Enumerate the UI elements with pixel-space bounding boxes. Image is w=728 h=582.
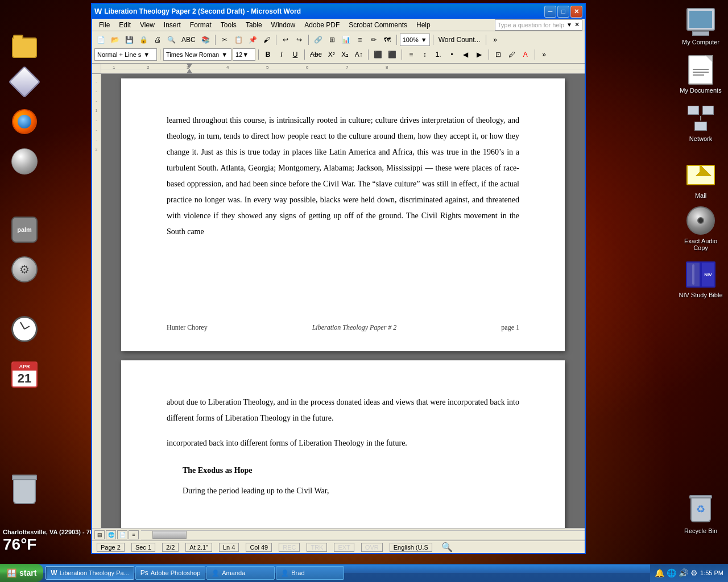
- paste-button[interactable]: 📌: [246, 34, 259, 46]
- print-layout-btn[interactable]: 📄: [117, 530, 127, 539]
- style-dropdown[interactable]: Normal + Line s ▼: [94, 48, 157, 61]
- menu-tools[interactable]: Tools: [216, 20, 241, 30]
- menu-file[interactable]: File: [94, 20, 114, 30]
- right-icon-niv[interactable]: NIV NIV Study Bible: [678, 259, 723, 298]
- research-button[interactable]: 📚: [199, 34, 212, 46]
- print-preview-button[interactable]: 🔍: [165, 34, 178, 46]
- redo-button[interactable]: ↪: [293, 34, 305, 46]
- web-view-btn[interactable]: 🌐: [106, 530, 116, 539]
- format-painter[interactable]: 🖌: [260, 34, 273, 46]
- menu-insert[interactable]: Insert: [159, 20, 185, 30]
- subscript-btn[interactable]: X₂: [339, 48, 351, 61]
- zoom-dropdown[interactable]: 100% ▼: [400, 34, 430, 46]
- help-dropdown-icon[interactable]: ▼: [566, 22, 572, 28]
- increase-indent[interactable]: ▶: [473, 48, 486, 61]
- outline-view-btn[interactable]: ≡: [129, 530, 139, 539]
- menu-format[interactable]: Format: [185, 20, 216, 30]
- underline-button[interactable]: U: [289, 48, 301, 61]
- sidebar-item-palm[interactable]: palm: [5, 216, 44, 243]
- sidebar-item-clock[interactable]: [5, 315, 44, 343]
- line-spacing-btn[interactable]: ↕: [419, 48, 431, 61]
- taskbar-item-word[interactable]: W Liberation Theology Pa...: [46, 566, 134, 580]
- sidebar-item-diamond[interactable]: [5, 68, 44, 95]
- drawing-button[interactable]: ✏: [367, 34, 380, 46]
- close-button[interactable]: ✕: [570, 6, 582, 18]
- cut-button[interactable]: ✂: [218, 34, 231, 46]
- border-btn[interactable]: ⊡: [492, 48, 504, 61]
- sidebar-item-folder[interactable]: [5, 34, 44, 61]
- taskbar-item-amanda[interactable]: 👤 Amanda: [206, 566, 275, 580]
- zoom-value: 100%: [403, 36, 419, 43]
- doc-area[interactable]: learned throughout this course, is intri…: [101, 74, 585, 528]
- decrease-indent[interactable]: ◀: [460, 48, 472, 61]
- columns-button[interactable]: ≡: [354, 34, 366, 46]
- minimize-button[interactable]: ─: [544, 6, 556, 18]
- save-button[interactable]: 💾: [123, 34, 136, 46]
- menu-table[interactable]: Table: [241, 20, 267, 30]
- settings-icon: ⚙: [11, 256, 38, 283]
- copy-button[interactable]: 📋: [232, 34, 245, 46]
- superscript-btn[interactable]: X²: [325, 48, 338, 61]
- maximize-button[interactable]: □: [557, 6, 569, 18]
- permissions-button[interactable]: 🔒: [137, 34, 150, 46]
- bold-button[interactable]: B: [262, 48, 274, 61]
- doc-map[interactable]: 🗺: [381, 34, 394, 46]
- bullets-btn[interactable]: •: [446, 48, 458, 61]
- recycle-label: Recycle Bin: [684, 527, 717, 534]
- tray-icon-3[interactable]: 🔊: [679, 568, 688, 577]
- undo-button[interactable]: ↩: [279, 34, 292, 46]
- horizontal-scrollbar[interactable]: [141, 530, 585, 539]
- sidebar-item-calendar[interactable]: APR 21: [5, 361, 44, 388]
- font-color-btn[interactable]: A: [519, 48, 532, 61]
- system-clock[interactable]: 1:55 PM: [700, 569, 723, 576]
- word-count-btn[interactable]: Word Count...: [436, 34, 483, 46]
- font-size-dropdown[interactable]: 12 ▼: [233, 48, 255, 61]
- tray-icon-4[interactable]: ⚙: [690, 568, 698, 577]
- normal-view-btn[interactable]: ▤: [94, 530, 105, 539]
- insert-excel[interactable]: 📊: [340, 34, 353, 46]
- align-justify-btn[interactable]: ≡: [405, 48, 417, 61]
- start-button[interactable]: 🪟 start: [0, 564, 43, 582]
- right-icon-mail[interactable]: Mail: [678, 159, 723, 199]
- highlight-btn[interactable]: 🖊: [506, 48, 518, 61]
- right-icon-network[interactable]: Network: [678, 102, 723, 142]
- insert-hyperlink[interactable]: 🔗: [312, 34, 325, 46]
- open-button[interactable]: 📂: [109, 34, 122, 46]
- align-left[interactable]: ⬛: [371, 48, 384, 61]
- more-btn[interactable]: »: [489, 34, 502, 46]
- insert-table[interactable]: ⊞: [326, 34, 338, 46]
- tray-icon-2[interactable]: 🌐: [667, 568, 676, 577]
- menu-view[interactable]: View: [135, 20, 159, 30]
- italic-button[interactable]: I: [275, 48, 288, 61]
- sidebar-item-ball[interactable]: [5, 148, 44, 175]
- palm-icon: palm: [11, 216, 38, 243]
- sidebar-item-trash-desktop[interactable]: [5, 477, 44, 505]
- text-grow-btn[interactable]: A↑: [353, 48, 365, 61]
- center-align[interactable]: ⬛: [386, 48, 399, 61]
- status-ln: Ln 4: [219, 543, 239, 552]
- menu-adobe-pdf[interactable]: Adobe PDF: [300, 20, 344, 30]
- menu-acrobat[interactable]: Scrobat Comments: [344, 20, 412, 30]
- folder-icon: [11, 34, 38, 61]
- font-dropdown[interactable]: Times New Roman ▼: [163, 48, 231, 61]
- right-icon-audio[interactable]: Exact Audio Copy: [678, 205, 723, 251]
- help-close-icon[interactable]: ✕: [574, 21, 580, 28]
- spell-button[interactable]: ABC: [179, 34, 198, 46]
- right-icon-my-computer[interactable]: My Computer: [678, 6, 723, 45]
- tray-icon-1[interactable]: 🔔: [655, 568, 664, 577]
- print-button[interactable]: 🖨: [151, 34, 164, 46]
- taskbar-item-brad[interactable]: 👤 Brad: [276, 566, 344, 580]
- more-fmt-btn[interactable]: »: [538, 48, 551, 61]
- menu-window[interactable]: Window: [267, 20, 300, 30]
- right-icon-my-documents[interactable]: My Documents: [678, 54, 723, 94]
- numbering-btn[interactable]: 1.: [432, 48, 445, 61]
- menu-help[interactable]: Help: [412, 20, 435, 30]
- menu-edit[interactable]: Edit: [114, 20, 135, 30]
- taskbar: 🪟 start W Liberation Theology Pa... Ps A…: [0, 564, 728, 582]
- sidebar-item-settings[interactable]: ⚙: [5, 256, 44, 283]
- taskbar-item-photoshop[interactable]: Ps Adobe Photoshop: [135, 566, 205, 580]
- new-button[interactable]: 📄: [94, 34, 107, 46]
- right-icon-recycle[interactable]: ♻ Recycle Bin: [678, 494, 723, 534]
- sidebar-item-firefox[interactable]: [5, 108, 44, 135]
- strikethrough-btn[interactable]: Abc: [308, 48, 324, 61]
